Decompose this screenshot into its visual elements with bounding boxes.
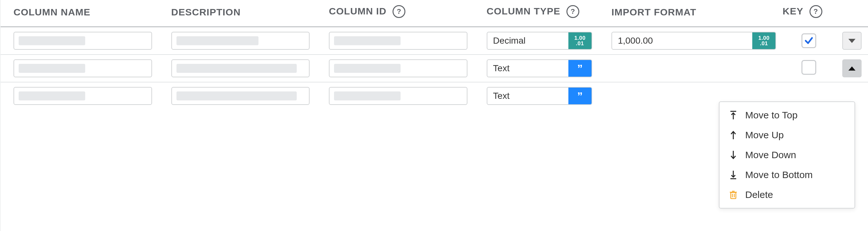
check-icon	[804, 36, 814, 45]
header-column-type-label: COLUMN TYPE	[487, 6, 560, 16]
import-format-select[interactable]: 1,000.00 1.00 .01	[612, 32, 776, 50]
chevron-up-icon	[848, 67, 856, 71]
table-row: Text ”	[1, 54, 868, 82]
arrow-down-icon	[728, 150, 738, 160]
key-checkbox[interactable]	[802, 60, 816, 75]
column-id-input[interactable]	[329, 32, 467, 50]
menu-item-move-top[interactable]: Move to Top	[719, 105, 855, 125]
decimal-format-icon: 1.00 .01	[752, 32, 775, 49]
help-icon[interactable]: ?	[809, 5, 823, 18]
column-type-select[interactable]: Text ”	[487, 60, 592, 77]
trash-icon	[728, 189, 738, 200]
description-input[interactable]	[172, 60, 310, 77]
column-type-select[interactable]: Text ”	[487, 87, 592, 105]
column-name-input[interactable]	[13, 32, 152, 50]
column-type-value: Text	[487, 87, 568, 104]
columns-table: COLUMN NAME DESCRIPTION COLUMN ID ? COLU…	[1, 0, 868, 109]
chevron-down-icon	[848, 39, 856, 43]
column-name-input[interactable]	[13, 60, 152, 77]
header-description: DESCRIPTION	[158, 0, 316, 27]
menu-item-label: Move to Bottom	[745, 169, 813, 180]
menu-item-label: Move Up	[745, 129, 784, 141]
move-to-bottom-icon	[728, 169, 738, 180]
header-column-id-label: COLUMN ID	[329, 6, 386, 16]
header-key: KEY ?	[782, 0, 829, 27]
column-id-input[interactable]	[329, 60, 467, 77]
move-to-top-icon	[728, 110, 738, 121]
header-column-id: COLUMN ID ?	[316, 0, 474, 27]
menu-item-move-up[interactable]: Move Up	[719, 125, 855, 145]
menu-item-move-down[interactable]: Move Down	[719, 145, 855, 165]
description-input[interactable]	[172, 32, 310, 50]
table-header-row: COLUMN NAME DESCRIPTION COLUMN ID ? COLU…	[1, 0, 868, 27]
key-checkbox[interactable]	[802, 33, 816, 48]
header-column-type: COLUMN TYPE ?	[474, 0, 598, 27]
arrow-up-icon	[728, 129, 738, 141]
column-id-input[interactable]	[329, 87, 467, 105]
description-input[interactable]	[172, 87, 310, 105]
menu-item-label: Delete	[745, 189, 773, 200]
column-type-value: Decimal	[487, 32, 568, 49]
row-actions-toggle[interactable]	[842, 60, 862, 77]
svg-rect-6	[731, 192, 736, 199]
help-icon[interactable]: ?	[566, 5, 579, 18]
header-column-name: COLUMN NAME	[1, 0, 158, 27]
column-name-input[interactable]	[13, 87, 152, 105]
decimal-type-icon: 1.00 .01	[568, 32, 591, 49]
menu-item-move-bottom[interactable]: Move to Bottom	[719, 165, 855, 185]
menu-item-label: Move Down	[745, 150, 796, 160]
row-actions-toggle[interactable]	[842, 32, 862, 50]
header-key-label: KEY	[782, 6, 803, 16]
row-actions-menu: Move to Top Move Up Move Down Move to Bo…	[719, 102, 855, 208]
header-actions	[829, 0, 868, 27]
menu-item-delete[interactable]: Delete	[719, 185, 855, 205]
column-type-value: Text	[487, 60, 568, 77]
import-format-value: 1,000.00	[612, 32, 752, 49]
column-type-select[interactable]: Decimal 1.00 .01	[487, 32, 592, 50]
table-row: Decimal 1.00 .01 1,000.00 1.00 .01	[1, 27, 868, 55]
text-type-icon: ”	[568, 60, 591, 77]
menu-item-label: Move to Top	[745, 110, 798, 121]
header-import-format: IMPORT FORMAT	[598, 0, 782, 27]
help-icon[interactable]: ?	[393, 5, 405, 18]
text-type-icon: ”	[568, 87, 591, 104]
